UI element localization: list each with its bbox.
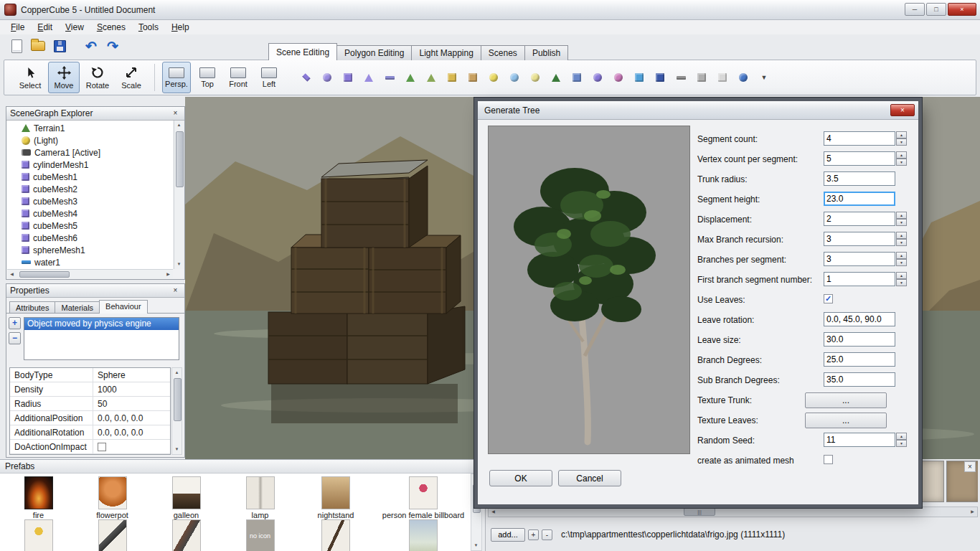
view-top-button[interactable]: Top — [193, 62, 222, 93]
add-texture-button[interactable]: add... — [491, 528, 525, 542]
scroll-thumb[interactable] — [19, 271, 70, 278]
tab-scene-editing[interactable]: Scene Editing — [268, 43, 337, 60]
menu-view[interactable]: View — [59, 21, 90, 34]
create-flower-icon[interactable] — [611, 70, 626, 85]
maximize-button[interactable]: □ — [926, 3, 946, 16]
texture-scroll-thumb[interactable]: ||| — [684, 508, 715, 516]
clipboard-icon[interactable] — [466, 70, 480, 85]
spin-up-icon[interactable]: ▲ — [896, 212, 907, 219]
prefab-galleon[interactable]: galleon — [149, 476, 223, 519]
field-segment-count[interactable] — [824, 131, 895, 146]
add-behavior-button[interactable]: + — [9, 317, 21, 329]
spin-up-icon[interactable]: ▲ — [896, 232, 907, 239]
checkbox-create-as-animated-mesh[interactable] — [824, 455, 833, 464]
field-trunk-radius[interactable] — [824, 171, 895, 186]
view-front-button[interactable]: Front — [224, 62, 253, 93]
create-skydome-icon[interactable] — [590, 70, 605, 85]
properties-scrollbar[interactable]: ▲ ▼ — [171, 367, 182, 455]
scenegraph-item-water1[interactable]: water1 — [7, 256, 173, 268]
field-segment-height[interactable] — [824, 192, 895, 206]
scroll-down-icon[interactable]: ▼ — [471, 541, 481, 550]
spin-down-icon[interactable]: ▼ — [896, 138, 907, 146]
field-vertex-count-per-segment[interactable] — [824, 151, 895, 166]
prefab-pistol[interactable] — [75, 519, 149, 551]
scenegraph-item-cubemesh6[interactable]: cubeMesh6 — [7, 232, 173, 244]
scenegraph-item-light[interactable]: (Light) — [7, 134, 173, 146]
create-overlay2d-icon[interactable] — [715, 70, 730, 85]
open-document-button[interactable] — [27, 36, 49, 56]
view-persp-button[interactable]: Persp. — [162, 62, 191, 93]
field-sub-branch-degrees[interactable] — [824, 372, 895, 387]
scroll-thumb[interactable] — [176, 131, 184, 187]
undo-button[interactable]: ↶ — [80, 36, 102, 56]
scenegraph-item-cubemesh5[interactable]: cubeMesh5 — [7, 220, 173, 232]
bottom-panel-close-icon[interactable]: × — [964, 461, 976, 472]
zoom-in-button[interactable]: + — [528, 529, 539, 540]
field-branches-per-segment[interactable] — [824, 252, 895, 266]
prefab-fire[interactable]: fire — [1, 476, 75, 519]
scenegraph-item-cubemesh4[interactable]: cubeMesh4 — [7, 207, 173, 220]
scenegraph-item-camera1-active[interactable]: Camera1 [Active] — [7, 146, 173, 159]
prefab-no-icon[interactable]: no icon — [223, 519, 297, 551]
property-row-bodytype[interactable]: BodyTypeSphere — [10, 368, 170, 382]
spin-down-icon[interactable]: ▼ — [896, 239, 907, 246]
scenegraph-item-cubemesh1[interactable]: cubeMesh1 — [7, 171, 173, 183]
scale-tool-button[interactable]: Scale — [116, 62, 147, 93]
create-sound-icon[interactable] — [653, 70, 667, 85]
button-texture-trunk[interactable]: ... — [805, 392, 887, 408]
rotate-tool-button[interactable]: Rotate — [82, 62, 113, 93]
menu-scenes[interactable]: Scenes — [90, 21, 132, 34]
behavior-item-object-moved-by-physics-engine[interactable]: Object moved by physics engine — [24, 318, 179, 330]
zoom-out-button[interactable]: - — [542, 529, 552, 540]
create-globe-icon[interactable] — [736, 70, 750, 85]
spin-down-icon[interactable]: ▼ — [896, 219, 907, 226]
scenegraph-item-terrain1[interactable]: Terrain1 — [7, 122, 173, 134]
property-row-additionalposition[interactable]: AdditionalPosition0.0, 0.0, 0.0 — [10, 411, 170, 425]
create-sphere-icon[interactable] — [320, 70, 334, 85]
field-displacement[interactable] — [824, 212, 895, 226]
scroll-left-icon[interactable]: ◀ — [7, 270, 17, 279]
create-plane2-icon[interactable] — [382, 70, 397, 85]
field-random-seed[interactable] — [824, 433, 895, 447]
scenegraph-horizontal-scrollbar[interactable]: ◀ ▶ — [7, 269, 173, 278]
create-cube-icon[interactable] — [341, 70, 355, 85]
remove-behavior-button[interactable]: − — [9, 332, 21, 344]
scenegraph-vertical-scrollbar[interactable]: ▲ ▼ — [174, 121, 184, 269]
properties-tab-attributes[interactable]: Attributes — [9, 301, 55, 314]
spin-down-icon[interactable]: ▼ — [896, 259, 907, 266]
tab-scenes[interactable]: Scenes — [481, 45, 525, 60]
field-first-branch-segment-number[interactable] — [824, 272, 895, 286]
property-row-radius[interactable]: Radius50 — [10, 397, 170, 411]
create-grid-icon[interactable] — [570, 70, 584, 85]
create-path-icon[interactable] — [674, 70, 688, 85]
button-texture-leaves[interactable]: ... — [805, 413, 887, 428]
prefab-flowerpot[interactable]: flowerpot — [75, 476, 149, 519]
create-hills-icon[interactable] — [424, 70, 438, 85]
texture-scrollbar[interactable]: ◀ ||| ▶ — [488, 507, 978, 517]
select-tool-button[interactable]: Select — [14, 62, 46, 93]
prefab-sky[interactable] — [374, 519, 471, 551]
move-tool-button[interactable]: Move — [48, 62, 80, 93]
checkbox-use-leaves[interactable]: ✓ — [824, 294, 833, 303]
spin-down-icon[interactable]: ▼ — [896, 440, 907, 447]
menu-edit[interactable]: Edit — [31, 21, 59, 34]
create-bulb-icon[interactable] — [528, 70, 542, 85]
field-leave-rotation[interactable] — [824, 312, 895, 326]
menu-file[interactable]: File — [4, 21, 31, 34]
ok-button[interactable]: OK — [489, 470, 552, 486]
tab-light-mapping[interactable]: Light Mapping — [411, 45, 481, 60]
scenegraph-item-cubemesh3[interactable]: cubeMesh3 — [7, 195, 173, 207]
menu-tools[interactable]: Tools — [132, 21, 165, 34]
create-connector-icon[interactable] — [694, 70, 709, 85]
view-left-button[interactable]: Left — [255, 62, 283, 93]
dialog-close-button[interactable]: × — [890, 104, 915, 116]
create-tree-icon[interactable] — [549, 70, 563, 85]
create-cone-icon[interactable] — [362, 70, 376, 85]
prefab-person-female-billboard[interactable]: person female billboard — [374, 476, 471, 519]
save-document-button[interactable] — [49, 36, 70, 56]
spin-down-icon[interactable]: ▼ — [896, 279, 907, 286]
new-document-button[interactable] — [6, 36, 27, 56]
scroll-right-icon[interactable]: ▶ — [968, 507, 977, 517]
redo-button[interactable]: ↷ — [102, 36, 123, 56]
create-plane-icon[interactable] — [299, 70, 314, 85]
